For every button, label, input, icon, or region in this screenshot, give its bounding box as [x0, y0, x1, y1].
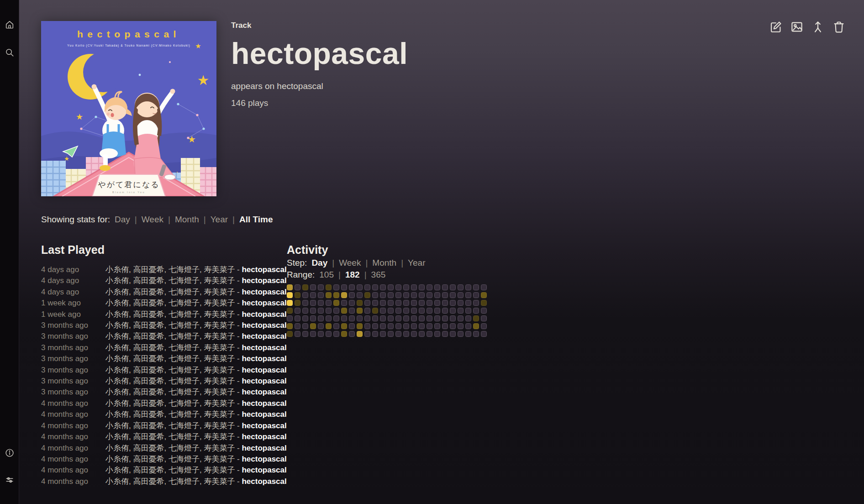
track-link[interactable]: hectopascal — [242, 321, 286, 330]
heatmap-day-cell[interactable] — [442, 331, 448, 337]
heatmap-day-cell[interactable] — [349, 300, 355, 306]
heatmap-day-cell[interactable] — [318, 300, 324, 306]
track-link[interactable]: hectopascal — [242, 265, 286, 274]
heatmap-day-cell[interactable] — [473, 331, 479, 337]
option-month[interactable]: Month — [175, 215, 199, 224]
heatmap-day-cell[interactable] — [442, 300, 448, 306]
artist-link[interactable]: 小糸侑 — [105, 377, 129, 385]
artist-link[interactable]: 小糸侑 — [105, 321, 129, 330]
option-year[interactable]: Year — [408, 258, 425, 268]
artist-link[interactable]: 寿美菜子 — [204, 332, 235, 341]
artist-link[interactable]: 小糸侑 — [105, 366, 129, 374]
track-link[interactable]: hectopascal — [242, 432, 286, 441]
heatmap-day-cell[interactable] — [333, 300, 339, 306]
heatmap-day-cell[interactable] — [395, 292, 401, 298]
artist-link[interactable]: 七海燈子 — [169, 265, 200, 274]
heatmap-day-cell[interactable] — [333, 315, 339, 321]
heatmap-day-cell[interactable] — [427, 308, 432, 314]
artist-link[interactable]: 七海燈子 — [169, 466, 200, 474]
settings-sliders-icon[interactable] — [5, 475, 15, 485]
heatmap-day-cell[interactable] — [458, 308, 464, 314]
track-link[interactable]: hectopascal — [242, 276, 286, 285]
heatmap-day-cell[interactable] — [372, 300, 378, 306]
heatmap-day-cell[interactable] — [473, 292, 479, 298]
heatmap-day-cell[interactable] — [395, 331, 401, 337]
artist-link[interactable]: 寿美菜子 — [204, 310, 235, 319]
artist-link[interactable]: 寿美菜子 — [204, 455, 235, 463]
heatmap-day-cell[interactable] — [427, 315, 432, 321]
heatmap-day-cell[interactable] — [287, 300, 293, 306]
heatmap-day-cell[interactable] — [349, 315, 355, 321]
heatmap-day-cell[interactable] — [380, 292, 386, 298]
artist-link[interactable]: 小糸侑 — [105, 276, 129, 285]
artist-link[interactable]: 高田憂希 — [133, 444, 164, 452]
artist-link[interactable]: 寿美菜子 — [204, 366, 235, 374]
heatmap-day-cell[interactable] — [287, 331, 293, 337]
artist-link[interactable]: 寿美菜子 — [204, 288, 235, 296]
heatmap-day-cell[interactable] — [481, 292, 487, 298]
heatmap-day-cell[interactable] — [465, 292, 471, 298]
artist-link[interactable]: 小糸侑 — [105, 432, 129, 441]
heatmap-day-cell[interactable] — [465, 331, 471, 337]
heatmap-day-cell[interactable] — [341, 292, 347, 298]
heatmap-day-cell[interactable] — [458, 323, 464, 329]
track-link[interactable]: hectopascal — [242, 477, 286, 486]
heatmap-day-cell[interactable] — [403, 284, 409, 290]
track-link[interactable]: hectopascal — [242, 310, 286, 319]
heatmap-day-cell[interactable] — [450, 323, 456, 329]
artist-link[interactable]: 高田憂希 — [133, 410, 164, 419]
heatmap-day-cell[interactable] — [450, 331, 456, 337]
heatmap-day-cell[interactable] — [450, 284, 456, 290]
artist-link[interactable]: 寿美菜子 — [204, 299, 235, 307]
heatmap-day-cell[interactable] — [310, 323, 316, 329]
heatmap-day-cell[interactable] — [481, 284, 487, 290]
heatmap-day-cell[interactable] — [395, 284, 401, 290]
artist-link[interactable]: 七海燈子 — [169, 477, 200, 486]
edit-icon[interactable] — [769, 20, 783, 34]
artist-link[interactable]: 小糸侑 — [105, 299, 129, 307]
heatmap-day-cell[interactable] — [411, 308, 417, 314]
heatmap-day-cell[interactable] — [411, 323, 417, 329]
heatmap-day-cell[interactable] — [326, 300, 332, 306]
heatmap-day-cell[interactable] — [318, 331, 324, 337]
artist-link[interactable]: 寿美菜子 — [204, 432, 235, 441]
artist-link[interactable]: 七海燈子 — [169, 299, 200, 307]
artist-link[interactable]: 寿美菜子 — [204, 421, 235, 430]
heatmap-day-cell[interactable] — [295, 308, 300, 314]
artist-link[interactable]: 七海燈子 — [169, 343, 200, 352]
heatmap-day-cell[interactable] — [302, 323, 308, 329]
heatmap-day-cell[interactable] — [388, 323, 394, 329]
heatmap-day-cell[interactable] — [310, 292, 316, 298]
track-link[interactable]: hectopascal — [242, 354, 286, 363]
artist-link[interactable]: 小糸侑 — [105, 455, 129, 463]
artist-link[interactable]: 高田憂希 — [133, 354, 164, 363]
heatmap-day-cell[interactable] — [372, 331, 378, 337]
heatmap-day-cell[interactable] — [333, 284, 339, 290]
option-182[interactable]: 182 — [345, 270, 360, 279]
option-105[interactable]: 105 — [319, 270, 334, 279]
artist-link[interactable]: 寿美菜子 — [204, 444, 235, 452]
heatmap-day-cell[interactable] — [419, 292, 425, 298]
artist-link[interactable]: 七海燈子 — [169, 421, 200, 430]
heatmap-day-cell[interactable] — [364, 331, 370, 337]
heatmap-day-cell[interactable] — [427, 292, 432, 298]
heatmap-day-cell[interactable] — [302, 300, 308, 306]
track-link[interactable]: hectopascal — [242, 377, 286, 385]
artist-link[interactable]: 寿美菜子 — [204, 354, 235, 363]
heatmap-day-cell[interactable] — [295, 300, 300, 306]
heatmap-day-cell[interactable] — [465, 323, 471, 329]
track-link[interactable]: hectopascal — [242, 388, 286, 396]
option-week[interactable]: Week — [339, 258, 361, 268]
heatmap-day-cell[interactable] — [302, 308, 308, 314]
heatmap-day-cell[interactable] — [442, 315, 448, 321]
appears-on-album-link[interactable]: hectopascal — [277, 81, 323, 91]
heatmap-day-cell[interactable] — [372, 323, 378, 329]
heatmap-day-cell[interactable] — [341, 308, 347, 314]
heatmap-day-cell[interactable] — [442, 292, 448, 298]
artist-link[interactable]: 高田憂希 — [133, 310, 164, 319]
artist-link[interactable]: 高田憂希 — [133, 321, 164, 330]
artist-link[interactable]: 小糸侑 — [105, 410, 129, 419]
heatmap-day-cell[interactable] — [380, 308, 386, 314]
heatmap-day-cell[interactable] — [333, 308, 339, 314]
heatmap-day-cell[interactable] — [473, 323, 479, 329]
